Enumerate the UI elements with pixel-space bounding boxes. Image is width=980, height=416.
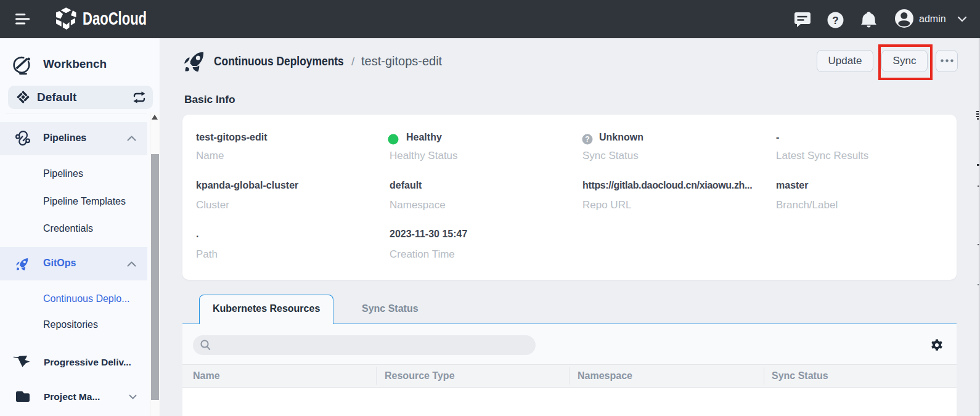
svg-text:?: ? xyxy=(585,135,589,144)
svg-text:?: ? xyxy=(832,15,838,27)
